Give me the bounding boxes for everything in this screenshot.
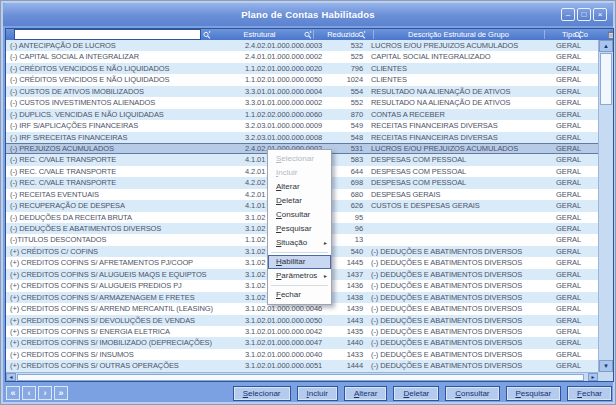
action-button-incluir[interactable]: Incluir — [297, 386, 338, 401]
cell-account-name: (-) CRÉDITOS VENCIDOS E NÃO LIQUIDADOS — [6, 74, 201, 85]
cell-reduzido: 549 — [308, 120, 368, 131]
cell-descricao: CLIENTES — [368, 74, 539, 85]
action-button-alterar[interactable]: Alterar — [344, 386, 388, 401]
cell-reduzido: 554 — [308, 86, 368, 97]
cell-descricao: (-) DEDUÇÕES E ABATIMENTOS DIVERSOS — [368, 257, 539, 268]
filter-magnifier-icon[interactable] — [358, 31, 366, 39]
context-menu: Selecionar Incluir Alterar Deletar Consu… — [267, 149, 332, 305]
menu-separator — [271, 285, 328, 286]
table-row[interactable]: (-) CRÉDITOS VENCIDOS E NÃO LIQUIDADOS 1… — [6, 63, 598, 74]
cell-account-name: (-) IRF S/APLICAÇÕES FINANCEIRAS — [6, 120, 201, 131]
menu-item-para-metros[interactable]: Parâmetros ► — [268, 269, 331, 283]
cell-reduzido: 1444 — [308, 360, 368, 371]
horizontal-scrollbar[interactable]: ◄ ► — [6, 372, 598, 381]
menu-item-fechar[interactable]: Fechar — [268, 288, 331, 302]
cell-tipo: GERAL — [539, 257, 598, 268]
cell-tipo: GERAL — [539, 315, 598, 326]
menu-item-consultar[interactable]: Consultar — [268, 208, 331, 222]
account-filter-input[interactable] — [14, 29, 201, 40]
action-button-fechar[interactable]: Fechar — [567, 386, 612, 401]
cell-descricao: (-) DEDUÇÕES E ABATIMENTOS DIVERSOS — [368, 349, 539, 360]
cell-reduzido: 1435 — [308, 326, 368, 337]
menu-item-deletar[interactable]: Deletar — [268, 194, 331, 208]
table-row[interactable]: (-) IRF S/APLICAÇÕES FINANCEIRAS 3.2.03.… — [6, 120, 598, 131]
action-button-selecionar[interactable]: Selecionar — [233, 386, 291, 401]
table-row[interactable]: (+) CREDITOS COFINS S/ OUTRAS OPERAÇÕES … — [6, 360, 598, 371]
cell-descricao: RECEITAS FINANCEIRAS DIVERSAS — [368, 120, 539, 131]
cell-tipo: GERAL — [539, 280, 598, 291]
cell-descricao: RESULTADO NA ALIENAÇÃO DE ATIVOS — [368, 97, 539, 108]
cell-estrutural: 3.1.02.01.000.000.0051 — [201, 360, 308, 371]
cell-reduzido: 1440 — [308, 337, 368, 348]
first-record-button[interactable]: « — [6, 386, 20, 400]
maximize-button[interactable]: □ — [577, 8, 591, 21]
cell-account-name: (-) REC. C/VALE TRANSPORTE — [6, 166, 201, 177]
cell-tipo: GERAL — [539, 74, 598, 85]
cell-tipo: GERAL — [539, 212, 598, 223]
scroll-left-icon[interactable]: ◄ — [6, 373, 16, 381]
cell-account-name: (-) ANTECIPAÇÃO DE LUCROS — [6, 40, 201, 51]
table-row[interactable]: (-) IRF S/RECEITAS FINANCEIRAS 3.2.03.01… — [6, 132, 598, 143]
column-header-descricao[interactable]: Descrição Estrutural de Grupo — [373, 29, 544, 40]
scroll-up-icon[interactable]: ▲ — [599, 40, 613, 52]
menu-item-habilitar[interactable]: Habilitar — [268, 255, 331, 269]
prev-record-button[interactable]: ‹ — [22, 386, 36, 400]
menu-item-situac-a-o[interactable]: Situação ► — [268, 236, 331, 250]
close-button[interactable]: × — [593, 8, 607, 21]
cell-tipo: GERAL — [539, 246, 598, 257]
action-button-deletar[interactable]: Deletar — [393, 386, 439, 401]
cell-reduzido: 1433 — [308, 349, 368, 360]
cell-account-name: (-) CAPITAL SOCIAL A INTEGRALIZAR — [6, 51, 201, 62]
cell-descricao: CUSTOS E DESPESAS GERAIS — [368, 200, 539, 211]
action-button-pesquisar[interactable]: Pesquisar — [506, 386, 562, 401]
minimize-button[interactable]: – — [561, 8, 575, 21]
table-row[interactable]: (-) ANTECIPAÇÃO DE LUCROS 2.4.02.01.000.… — [6, 40, 598, 51]
record-nav-buttons: «‹›» — [6, 386, 68, 400]
filter-magnifier-icon[interactable] — [203, 31, 211, 39]
cell-account-name: (+) CREDITOS COFINS S/ ALUGUEIS MAQS E E… — [6, 269, 201, 280]
last-record-button[interactable]: » — [54, 386, 68, 400]
table-row[interactable]: (-) CAPITAL SOCIAL A INTEGRALIZAR 2.4.01… — [6, 51, 598, 62]
scroll-down-icon[interactable]: ▼ — [599, 360, 613, 372]
menu-item-pesquisar[interactable]: Pesquisar — [268, 222, 331, 236]
cell-estrutural: 1.1.02.01.000.000.0050 — [201, 74, 308, 85]
cell-descricao: RESULTADO NA ALIENAÇÃO DE ATIVOS — [368, 86, 539, 97]
table-row[interactable]: (+) CREDITOS COFINS S/ ENERGIA ELETRICA … — [6, 326, 598, 337]
table-row[interactable]: (+) CREDITOS COFINS S/ DEVOLUÇÕES DE VEN… — [6, 315, 598, 326]
cell-descricao: CAPITAL SOCIAL INTEGRALIZADO — [368, 51, 539, 62]
submenu-arrow-icon: ► — [323, 269, 328, 283]
cell-tipo: GERAL — [539, 337, 598, 348]
next-record-button[interactable]: › — [38, 386, 52, 400]
vertical-scrollbar[interactable]: ▲ ▼ — [598, 40, 613, 372]
menu-item-alterar[interactable]: Alterar — [268, 180, 331, 194]
table-row[interactable]: (-) DUPLICS. VENCIDAS E NÃO LIQUIDADAS 1… — [6, 109, 598, 120]
cell-tipo: GERAL — [539, 166, 598, 177]
cell-account-name: (+) CREDITOS COFINS S/ ARREND MERCANTIL … — [6, 303, 201, 314]
table-row[interactable]: (+) CREDITOS COFINS S/ IMOBILIZADO (DEPR… — [6, 337, 598, 348]
cell-estrutural: 1.1.02.02.000.000.0060 — [201, 109, 308, 120]
cell-reduzido: 1024 — [308, 74, 368, 85]
horizontal-scroll-thumb[interactable] — [17, 374, 584, 381]
column-header-estrutural[interactable]: Estrutural — [206, 29, 313, 40]
table-row[interactable]: (-) CUSTOS INVESTIMENTOS ALIENADOS 3.3.0… — [6, 97, 598, 108]
cell-tipo: GERAL — [539, 177, 598, 188]
cell-account-name: (-) DUPLICS. VENCIDAS E NÃO LIQUIDADAS — [6, 109, 201, 120]
scroll-right-icon[interactable]: ► — [588, 373, 598, 381]
cell-descricao: CLIENTES — [368, 63, 539, 74]
table-row[interactable]: (+) CREDITOS COFINS S/ INSUMOS 3.1.02.01… — [6, 349, 598, 360]
table-row[interactable]: (-) CUSTOS DE ATIVOS IMOBILIZADOS 3.3.01… — [6, 86, 598, 97]
cell-tipo: GERAL — [539, 360, 598, 371]
vertical-scroll-thumb[interactable] — [600, 53, 612, 105]
cell-descricao: (-) DEDUÇÕES E ABATIMENTOS DIVERSOS — [368, 246, 539, 257]
filter-magnifier-icon[interactable] — [304, 31, 312, 39]
cell-tipo: GERAL — [539, 120, 598, 131]
window-controls: – □ × — [561, 8, 607, 21]
table-row[interactable]: (-) CRÉDITOS VENCIDOS E NÃO LIQUIDADOS 1… — [6, 74, 598, 85]
trash-icon[interactable] — [607, 30, 614, 39]
filter-magnifier-icon[interactable] — [574, 31, 582, 39]
action-button-consultar[interactable]: Consultar — [445, 386, 499, 401]
cell-reduzido: 870 — [308, 109, 368, 120]
cell-account-name: (+) CRÉDITOS C/ COFINS — [6, 246, 201, 257]
bottom-bar: «‹›» SelecionarIncluirAlterarDeletarCons… — [1, 382, 615, 404]
cell-tipo: GERAL — [539, 154, 598, 165]
